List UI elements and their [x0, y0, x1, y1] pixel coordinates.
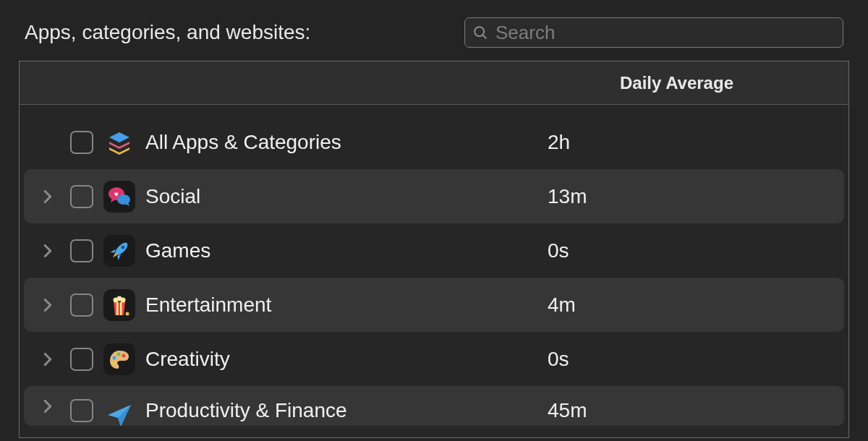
svg-point-11 — [121, 297, 126, 302]
row-checkbox[interactable] — [70, 399, 93, 422]
icon-cell — [93, 399, 145, 426]
stack-icon — [103, 127, 135, 158]
svg-point-0 — [475, 27, 484, 36]
svg-rect-7 — [116, 302, 119, 315]
expand-toggle[interactable] — [43, 189, 70, 204]
icon-cell: ♥ — [93, 181, 145, 213]
column-header-daily-average[interactable]: Daily Average — [620, 73, 822, 93]
expand-toggle[interactable] — [43, 298, 70, 312]
svg-line-1 — [482, 35, 486, 38]
svg-point-13 — [113, 356, 116, 359]
svg-point-16 — [112, 361, 116, 365]
expand-toggle[interactable] — [43, 399, 70, 414]
row-name: All Apps & Categories — [145, 131, 548, 154]
row-average: 45m — [548, 399, 844, 422]
palette-icon — [103, 343, 135, 375]
icon-cell — [93, 343, 145, 375]
row-name: Creativity — [145, 348, 548, 371]
icon-cell — [93, 289, 145, 321]
row-average: 2h — [548, 131, 844, 154]
table-header: Daily Average — [20, 61, 848, 105]
popcorn-icon — [103, 289, 135, 321]
chevron-right-icon — [43, 189, 53, 204]
search-input[interactable] — [488, 22, 835, 44]
row-average: 4m — [548, 294, 844, 317]
row-checkbox[interactable] — [70, 185, 93, 208]
expand-toggle[interactable] — [43, 352, 70, 367]
row-name: Productivity & Finance — [145, 399, 548, 422]
row-checkbox[interactable] — [70, 239, 93, 262]
header-row: Apps, categories, and websites: — [0, 0, 868, 61]
chevron-right-icon — [43, 298, 53, 312]
send-icon — [103, 399, 135, 426]
search-field-wrapper[interactable] — [464, 17, 843, 48]
row-name: Social — [145, 185, 548, 208]
chevron-right-icon — [43, 352, 53, 367]
chevron-right-icon — [43, 399, 53, 414]
row-checkbox[interactable] — [70, 294, 93, 317]
svg-point-14 — [117, 352, 121, 356]
table-row[interactable]: Creativity 0s — [24, 332, 844, 386]
svg-rect-8 — [120, 302, 122, 315]
table-row[interactable]: Entertainment 4m — [24, 278, 844, 332]
header-label: Apps, categories, and websites: — [25, 21, 310, 44]
table-row[interactable]: Games 0s — [24, 223, 844, 278]
row-checkbox[interactable] — [70, 131, 93, 154]
row-average: 0s — [548, 348, 844, 371]
chevron-right-icon — [43, 244, 53, 258]
rocket-icon — [103, 235, 135, 267]
row-name: Entertainment — [145, 294, 548, 317]
search-icon — [472, 25, 488, 40]
row-name: Games — [145, 239, 548, 262]
row-average: 0s — [548, 239, 844, 262]
table-row[interactable]: Productivity & Finance 45m — [24, 386, 844, 426]
social-icon: ♥ — [103, 181, 135, 213]
row-checkbox[interactable] — [70, 348, 93, 371]
expand-toggle[interactable] — [43, 244, 70, 258]
svg-point-15 — [122, 354, 126, 357]
table-row[interactable]: All Apps & Categories 2h — [24, 115, 844, 169]
svg-point-12 — [126, 312, 129, 315]
table-row[interactable]: ♥ Social 13m — [24, 169, 844, 223]
apps-table: Daily Average All Apps & Categories 2h — [19, 61, 849, 438]
icon-cell — [93, 235, 145, 267]
table-body: All Apps & Categories 2h ♥ — [20, 105, 848, 426]
icon-cell — [93, 127, 145, 158]
row-average: 13m — [548, 185, 844, 208]
svg-text:♥: ♥ — [114, 190, 119, 198]
